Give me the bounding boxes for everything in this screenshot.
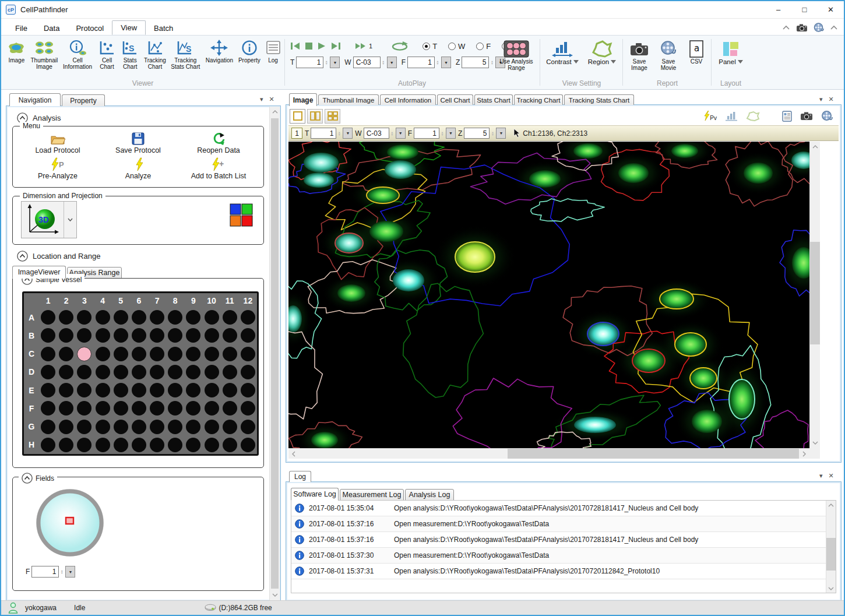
well-B2[interactable] — [59, 328, 73, 343]
viewer-w-input[interactable]: C-03 — [364, 128, 389, 139]
well-D10[interactable] — [205, 365, 219, 379]
well-A2[interactable] — [59, 310, 73, 325]
image-vertical-scrollbar[interactable] — [809, 142, 820, 448]
well-E3[interactable] — [77, 383, 91, 397]
channel-color-squares-icon[interactable] — [230, 203, 253, 229]
autoplay-radio-f[interactable]: F — [476, 42, 491, 51]
tab-stats-chart[interactable]: Stats Chart — [474, 94, 513, 105]
minimize-button[interactable]: – — [765, 2, 791, 18]
maximize-button[interactable]: □ — [791, 2, 818, 18]
dimension-dropdown[interactable] — [64, 202, 76, 238]
well-C10[interactable] — [205, 347, 219, 361]
well-H10[interactable] — [205, 438, 219, 452]
scroll-down-arrow[interactable] — [826, 585, 836, 592]
play-button[interactable] — [318, 42, 326, 50]
scrollbar-thumb[interactable] — [810, 242, 820, 344]
well-A6[interactable] — [132, 310, 146, 325]
t-input[interactable]: 1 — [296, 57, 323, 68]
tab-cell-chart[interactable]: Cell Chart — [437, 94, 473, 105]
add-to-batch-list-button[interactable]: + Add to Batch List — [178, 157, 259, 180]
well-F1[interactable] — [41, 401, 55, 416]
left-panel-scrollbar[interactable] — [269, 107, 280, 600]
w-spinner[interactable]: ▲▼ — [381, 57, 386, 68]
frame-index-box[interactable]: 1 — [291, 128, 302, 139]
viewer-f-spinner[interactable]: ▲▼ — [439, 128, 445, 139]
well-A11[interactable] — [223, 310, 237, 325]
well-F3[interactable] — [77, 401, 91, 416]
autoplay-radio-t[interactable]: T — [423, 42, 437, 51]
f-input[interactable]: 1 — [407, 57, 435, 68]
scrollbar-thumb[interactable] — [826, 538, 836, 571]
single-pane-layout-button[interactable] — [290, 109, 305, 124]
log-entry[interactable]: 2017-08-01 15:37:16Open analysis:D:\YRoo… — [291, 532, 836, 548]
well-A8[interactable] — [168, 310, 182, 325]
well-G1[interactable] — [41, 420, 55, 434]
stop-button[interactable] — [305, 43, 312, 50]
well-E8[interactable] — [168, 383, 182, 397]
well-E10[interactable] — [205, 383, 219, 397]
two-pane-layout-button[interactable] — [307, 109, 323, 124]
cell-segmentation-image[interactable] — [288, 142, 809, 448]
log-entry[interactable]: 2017-08-01 15:35:04Open analysis:D:\YRoo… — [291, 501, 836, 516]
well-G4[interactable] — [96, 420, 110, 434]
well-H12[interactable] — [241, 438, 255, 452]
region-button[interactable]: Region — [585, 38, 619, 66]
well-C11[interactable] — [223, 347, 237, 361]
well-H2[interactable] — [59, 438, 73, 452]
well-B8[interactable] — [168, 328, 182, 343]
well-G8[interactable] — [168, 420, 182, 434]
log-scrollbar[interactable] — [826, 501, 836, 593]
well-A9[interactable] — [186, 310, 200, 325]
well-A3[interactable] — [77, 310, 91, 325]
field-marker[interactable] — [66, 518, 73, 524]
well-C5[interactable] — [114, 347, 128, 361]
tab-thumbnail-image[interactable]: Thumbnail Image — [318, 94, 379, 105]
tab-property[interactable]: Property — [62, 94, 105, 106]
well-F7[interactable] — [150, 401, 164, 416]
well-B12[interactable] — [241, 328, 255, 343]
pv-lightning-button[interactable]: Pv — [703, 111, 717, 121]
well-H6[interactable] — [132, 438, 146, 452]
log-entry[interactable]: 2017-08-01 15:37:16Open measurement:D:\Y… — [291, 516, 836, 532]
well-F12[interactable] — [241, 401, 255, 416]
scroll-left-arrow[interactable] — [290, 449, 298, 459]
reopen-data-button[interactable]: Reopen Data — [178, 131, 259, 154]
collapse-section-icon[interactable] — [22, 473, 33, 484]
autoplay-radio-w[interactable]: W — [448, 42, 465, 51]
field-well-view[interactable] — [34, 487, 106, 561]
w-dropdown[interactable]: ▼ — [387, 57, 397, 68]
well-B1[interactable] — [41, 328, 55, 343]
viewer-w-spinner[interactable]: ▲▼ — [389, 128, 395, 139]
well-H8[interactable] — [168, 438, 182, 452]
menu-file[interactable]: File — [7, 22, 36, 35]
tab-navigation[interactable]: Navigation — [9, 93, 61, 106]
well-B6[interactable] — [132, 328, 146, 343]
well-B4[interactable] — [96, 328, 110, 343]
well-C2[interactable] — [59, 347, 73, 361]
well-C9[interactable] — [186, 347, 200, 361]
scroll-down-arrow[interactable] — [810, 439, 820, 447]
report-doc-icon[interactable] — [782, 111, 792, 122]
dimension-mode-combo[interactable]: 3D — [21, 201, 77, 238]
menu-batch[interactable]: Batch — [146, 22, 181, 35]
tab-analysis-log[interactable]: Analysis Log — [405, 489, 454, 501]
viewer-t-input[interactable]: 1 — [311, 128, 336, 139]
record-movie-icon[interactable] — [821, 111, 833, 121]
ribbon-log-button[interactable]: Log — [263, 37, 283, 64]
well-D3[interactable] — [77, 365, 91, 379]
well-B7[interactable] — [150, 328, 164, 343]
close-panel-icon[interactable]: ✕ — [829, 96, 834, 103]
well-F10[interactable] — [205, 401, 219, 416]
scrollbar-thumb[interactable] — [508, 449, 799, 459]
fields-f-spinner[interactable]: ▲▼ — [59, 566, 65, 578]
viewer-t-spinner[interactable]: ▲▼ — [336, 128, 342, 139]
skip-end-button[interactable] — [331, 42, 341, 50]
well-F6[interactable] — [132, 401, 146, 416]
pin-menu-icon[interactable]: ▾ — [819, 96, 823, 103]
well-D9[interactable] — [186, 365, 200, 379]
scroll-up-arrow[interactable] — [810, 143, 820, 151]
ribbon-cell-information-button[interactable]: Cell Information — [60, 37, 95, 70]
menu-data[interactable]: Data — [36, 22, 68, 35]
pre-analyze-button[interactable]: P Pre-Analyze — [17, 157, 98, 180]
well-D1[interactable] — [41, 365, 55, 379]
